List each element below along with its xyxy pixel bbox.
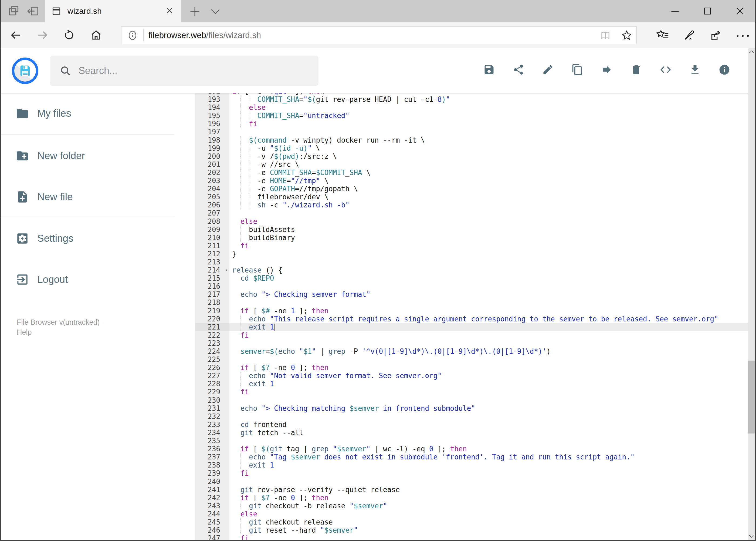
code-line[interactable]: 232 (195, 412, 748, 420)
code-line[interactable]: 200 -v /$(pwd):/src:z \ (195, 152, 748, 161)
code-line[interactable]: 221 exit 1 (195, 323, 748, 331)
code-line[interactable]: 196 fi (195, 120, 748, 128)
code-line[interactable]: 227 echo "Not valid semver format. See s… (195, 372, 748, 380)
move-icon[interactable] (601, 64, 613, 76)
code-line[interactable]: 198 $(command -v winpty) docker run --rm… (195, 136, 748, 144)
copy-icon[interactable] (571, 64, 583, 76)
sidebar-item-new-folder[interactable]: New folder (0, 142, 174, 170)
save-icon[interactable] (483, 64, 495, 76)
code-lines[interactable]: 192if [ -d ".git" ]; then193 COMMIT_SHA=… (195, 93, 748, 541)
code-line[interactable]: 244 else (195, 510, 748, 518)
code-line[interactable]: 210 buildBinary (195, 234, 748, 242)
search-bar[interactable] (50, 56, 319, 86)
code-line[interactable]: 193 COMMIT_SHA="$(git rev-parse HEAD | c… (195, 95, 748, 104)
download-icon[interactable] (689, 64, 701, 76)
code-line[interactable]: 209 buildAssets (195, 226, 748, 234)
sidebar-item-logout[interactable]: Logout (0, 266, 174, 293)
code-line[interactable]: 199 -u "$(id -u)" \ (195, 144, 748, 152)
code-line[interactable]: 204 -e GOPATH=//tmp/gopath \ (195, 185, 748, 193)
help-link[interactable]: Help (17, 328, 32, 336)
code-line[interactable]: 230 (195, 396, 748, 404)
code-line[interactable]: 223 (195, 339, 748, 347)
code-line[interactable]: 242 if [ $? -ne 0 ]; then (195, 494, 748, 502)
code-line[interactable]: 222 fi (195, 331, 748, 339)
code-line[interactable]: 241 git rev-parse --verify --quiet relea… (195, 486, 748, 494)
code-line[interactable]: 245 git checkout release (195, 518, 748, 526)
sidebar-item-new-file[interactable]: New file (0, 183, 174, 211)
code-line[interactable]: 206 sh -c "./wizard.sh -b" (195, 201, 748, 209)
share-icon[interactable] (709, 29, 722, 42)
code-line[interactable]: 236 if [ $(git tag | grep "$semver" | wc… (195, 445, 748, 453)
back-icon[interactable] (10, 29, 22, 41)
code-line[interactable]: 231 echo "> Checking matching $semver in… (195, 404, 748, 412)
code-line[interactable]: 214▾release () { (195, 266, 748, 274)
code-line[interactable]: 225 (195, 355, 748, 363)
code-line[interactable]: 207 (195, 209, 748, 217)
more-ellipsis-icon[interactable] (736, 34, 750, 38)
code-line[interactable]: 197 (195, 128, 748, 136)
code-line[interactable]: 218 (195, 298, 748, 306)
close-button[interactable] (724, 0, 756, 22)
code-line[interactable]: 208 else (195, 218, 748, 226)
url-bar[interactable]: filebrowser.web/files/wizard.sh (121, 26, 637, 44)
browser-tab[interactable]: wizard.sh (45, 0, 181, 22)
info-icon[interactable] (718, 64, 730, 76)
code-line[interactable]: 228 exit 1 (195, 380, 748, 388)
fold-arrow-icon[interactable]: ▾ (225, 266, 228, 274)
set-tabs-aside-icon[interactable] (26, 5, 40, 17)
code-line[interactable]: 233 cd frontend (195, 420, 748, 429)
code-line[interactable]: 234 git fetch --all (195, 429, 748, 437)
refresh-icon[interactable] (63, 29, 75, 41)
reading-mode-icon[interactable] (599, 30, 612, 41)
site-info-icon[interactable] (127, 30, 138, 41)
scrollbar-thumb[interactable] (748, 360, 755, 433)
code-line[interactable]: 238 exit 1 (195, 461, 748, 469)
code-line[interactable]: 226 if [ $? -ne 0 ]; then (195, 363, 748, 372)
code-line[interactable]: 224 semver=$(echo "$1" | grep -P '^v(0|[… (195, 347, 748, 355)
code-line[interactable]: 205 filebrowser/dev \ (195, 193, 748, 201)
code-line[interactable]: 240 (195, 477, 748, 486)
code-line[interactable]: 201 -w //src \ (195, 161, 748, 169)
tab-list-chevron-icon[interactable] (210, 9, 221, 15)
maximize-button[interactable] (691, 0, 724, 22)
forward-icon[interactable] (37, 29, 49, 41)
new-tab-icon[interactable] (189, 5, 201, 17)
sidebar-item-my-files[interactable]: My files (0, 99, 174, 128)
scroll-up-icon[interactable] (749, 50, 754, 54)
code-line[interactable]: 237 echo "Tag $semver does not exist in … (195, 453, 748, 461)
sidebar-item-settings[interactable]: Settings (0, 225, 174, 253)
tab-close-icon[interactable] (165, 6, 174, 15)
app-logo[interactable] (12, 58, 38, 84)
code-line[interactable]: 246 git reset --hard "$semver" (195, 526, 748, 534)
code-editor[interactable]: 192if [ -d ".git" ]; then193 COMMIT_SHA=… (195, 93, 748, 541)
code-line[interactable]: 211 fi (195, 242, 748, 250)
code-line[interactable]: 203 -e HOME="//tmp" \ (195, 177, 748, 185)
home-icon[interactable] (90, 29, 102, 41)
code-line[interactable]: 220 echo "This release script requires a… (195, 315, 748, 323)
code-line[interactable]: 235 (195, 437, 748, 445)
code-line[interactable]: 195 COMMIT_SHA="untracked" (195, 112, 748, 120)
delete-icon[interactable] (630, 64, 642, 76)
code-line[interactable]: 215 cd $REPO (195, 274, 748, 282)
search-input[interactable] (78, 65, 300, 77)
code-line[interactable]: 243 git checkout -b release "$semver" (195, 502, 748, 510)
share-icon[interactable] (513, 64, 524, 76)
code-line[interactable]: 202 -e COMMIT_SHA=$COMMIT_SHA \ (195, 169, 748, 177)
code-line[interactable]: 217 echo "> Checking semver format" (195, 290, 748, 298)
page-scrollbar[interactable] (748, 48, 755, 540)
scroll-down-icon[interactable] (749, 535, 754, 538)
code-line[interactable]: 192if [ -d ".git" ]; then (195, 93, 748, 95)
code-line[interactable]: 216 (195, 282, 748, 290)
favorite-star-icon[interactable] (621, 29, 632, 41)
hub-icon[interactable] (656, 29, 669, 41)
code-icon[interactable] (660, 64, 671, 76)
edit-icon[interactable] (542, 64, 554, 76)
code-line[interactable]: 239 fi (195, 469, 748, 477)
annotate-pen-icon[interactable] (683, 29, 696, 42)
code-line[interactable]: 213 (195, 258, 748, 266)
code-line[interactable]: 212} (195, 250, 748, 258)
minimize-button[interactable] (659, 0, 691, 22)
code-line[interactable]: 194 else (195, 104, 748, 112)
code-line[interactable]: 229 fi (195, 388, 748, 396)
code-line[interactable]: 219 if [ $# -ne 1 ]; then (195, 307, 748, 315)
